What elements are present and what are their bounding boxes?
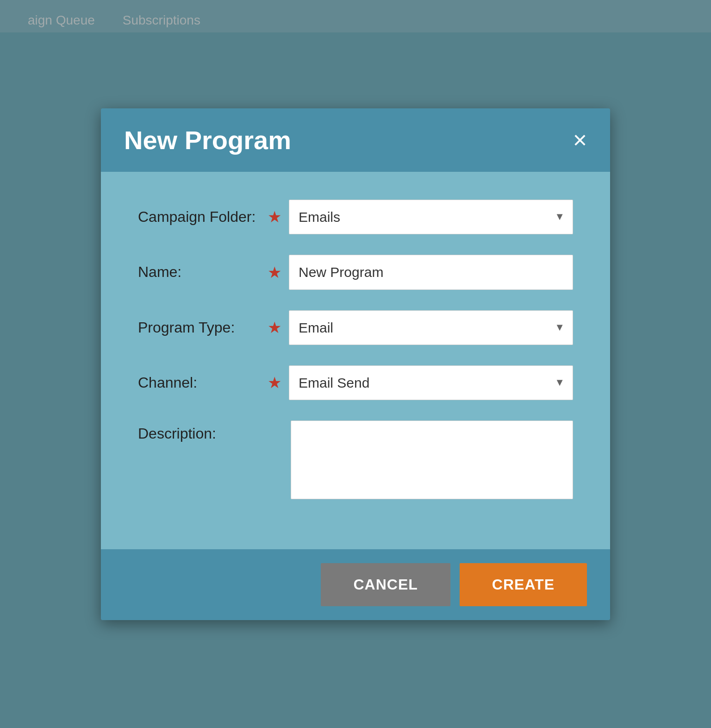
description-textarea[interactable] xyxy=(291,420,573,499)
program-type-select[interactable]: Email Webinar Direct Mail xyxy=(289,310,573,345)
channel-row: Channel: ★ Email Send SMS Push Notificat… xyxy=(138,365,573,400)
modal-footer: CANCEL CREATE xyxy=(101,549,610,620)
cancel-button[interactable]: CANCEL xyxy=(321,563,450,606)
new-program-modal: New Program × Campaign Folder: ★ Emails … xyxy=(101,108,610,620)
create-button[interactable]: CREATE xyxy=(460,563,587,606)
channel-select[interactable]: Email Send SMS Push Notification xyxy=(289,365,573,400)
campaign-folder-select-wrapper: Emails Drafts Archive ▼ xyxy=(289,200,573,234)
modal-overlay: New Program × Campaign Folder: ★ Emails … xyxy=(0,0,711,728)
campaign-folder-input-wrapper: Emails Drafts Archive ▼ xyxy=(289,200,573,234)
modal-close-button[interactable]: × xyxy=(573,128,587,152)
description-label: Description: xyxy=(138,420,268,442)
program-type-select-wrapper: Email Webinar Direct Mail ▼ xyxy=(289,310,573,345)
name-required-star: ★ xyxy=(268,263,281,282)
name-input-wrapper xyxy=(289,255,573,290)
channel-label: Channel: xyxy=(138,374,268,391)
program-type-required-star: ★ xyxy=(268,318,281,337)
name-input[interactable] xyxy=(289,255,573,290)
program-type-input-wrapper: Email Webinar Direct Mail ▼ xyxy=(289,310,573,345)
channel-select-wrapper: Email Send SMS Push Notification ▼ xyxy=(289,365,573,400)
description-row: Description: xyxy=(138,420,573,501)
campaign-folder-row: Campaign Folder: ★ Emails Drafts Archive… xyxy=(138,200,573,234)
modal-header: New Program × xyxy=(101,108,610,172)
name-label: Name: xyxy=(138,264,268,281)
campaign-folder-required-star: ★ xyxy=(268,207,281,226)
channel-input-wrapper: Email Send SMS Push Notification ▼ xyxy=(289,365,573,400)
campaign-folder-label: Campaign Folder: xyxy=(138,208,268,226)
description-input-wrapper xyxy=(291,420,573,501)
program-type-row: Program Type: ★ Email Webinar Direct Mai… xyxy=(138,310,573,345)
campaign-folder-select[interactable]: Emails Drafts Archive xyxy=(289,200,573,234)
channel-required-star: ★ xyxy=(268,373,281,392)
name-row: Name: ★ xyxy=(138,255,573,290)
program-type-label: Program Type: xyxy=(138,319,268,336)
modal-title: New Program xyxy=(124,125,291,155)
modal-body: Campaign Folder: ★ Emails Drafts Archive… xyxy=(101,172,610,549)
